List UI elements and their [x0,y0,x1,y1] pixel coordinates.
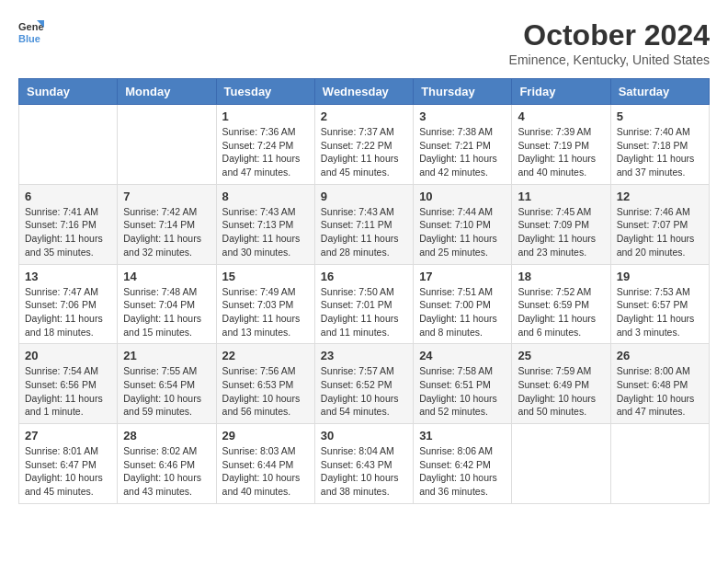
day-number: 21 [123,349,210,362]
day-info: Sunrise: 7:40 AM Sunset: 7:18 PM Dayligh… [617,125,703,179]
calendar-week-row: 6Sunrise: 7:41 AM Sunset: 7:16 PM Daylig… [19,184,710,264]
calendar-day-cell: 21Sunrise: 7:55 AM Sunset: 6:54 PM Dayli… [118,344,216,424]
day-number: 1 [222,109,309,123]
weekday-header-cell: Sunday [19,79,118,105]
calendar-day-cell [118,105,216,185]
calendar-day-cell: 18Sunrise: 7:52 AM Sunset: 6:59 PM Dayli… [512,264,610,344]
day-info: Sunrise: 7:37 AM Sunset: 7:22 PM Dayligh… [321,125,407,179]
calendar-day-cell: 10Sunrise: 7:44 AM Sunset: 7:10 PM Dayli… [414,184,512,264]
day-number: 16 [321,270,407,283]
calendar-day-cell: 5Sunrise: 7:40 AM Sunset: 7:18 PM Daylig… [610,105,709,185]
day-info: Sunrise: 7:50 AM Sunset: 7:01 PM Dayligh… [321,285,407,339]
day-info: Sunrise: 8:03 AM Sunset: 6:44 PM Dayligh… [222,444,309,499]
day-number: 24 [419,349,506,362]
day-info: Sunrise: 7:53 AM Sunset: 6:57 PM Dayligh… [617,285,703,339]
day-number: 17 [419,270,506,283]
day-number: 30 [321,429,407,442]
calendar-day-cell: 15Sunrise: 7:49 AM Sunset: 7:03 PM Dayli… [216,264,314,344]
calendar-day-cell [19,105,118,185]
day-info: Sunrise: 8:00 AM Sunset: 6:48 PM Dayligh… [617,364,703,419]
location-subtitle: Eminence, Kentucky, United States [509,52,710,67]
day-number: 12 [617,190,703,203]
day-info: Sunrise: 7:42 AM Sunset: 7:14 PM Dayligh… [123,205,210,259]
day-number: 3 [419,109,506,123]
weekday-header-cell: Saturday [610,79,709,105]
calendar-day-cell: 9Sunrise: 7:43 AM Sunset: 7:11 PM Daylig… [314,184,413,264]
day-number: 25 [518,349,604,362]
day-number: 15 [222,270,309,283]
calendar-day-cell [610,424,709,504]
day-info: Sunrise: 7:49 AM Sunset: 7:03 PM Dayligh… [222,285,309,339]
header: General Blue October 2024 Eminence, Kent… [18,18,710,67]
day-number: 18 [518,270,604,283]
day-number: 13 [25,270,111,283]
day-number: 27 [25,429,111,442]
day-info: Sunrise: 7:38 AM Sunset: 7:21 PM Dayligh… [419,125,506,179]
weekday-header-cell: Thursday [414,79,512,105]
day-info: Sunrise: 7:43 AM Sunset: 7:13 PM Dayligh… [222,205,309,259]
day-info: Sunrise: 8:06 AM Sunset: 6:42 PM Dayligh… [419,444,506,499]
calendar-day-cell: 6Sunrise: 7:41 AM Sunset: 7:16 PM Daylig… [19,184,118,264]
day-info: Sunrise: 7:55 AM Sunset: 6:54 PM Dayligh… [123,364,210,419]
day-number: 20 [25,349,111,362]
day-info: Sunrise: 7:39 AM Sunset: 7:19 PM Dayligh… [518,125,604,179]
day-info: Sunrise: 7:43 AM Sunset: 7:11 PM Dayligh… [321,205,407,259]
day-number: 8 [222,190,309,203]
day-info: Sunrise: 7:44 AM Sunset: 7:10 PM Dayligh… [419,205,506,259]
calendar-day-cell: 28Sunrise: 8:02 AM Sunset: 6:46 PM Dayli… [118,424,216,504]
calendar-day-cell: 13Sunrise: 7:47 AM Sunset: 7:06 PM Dayli… [19,264,118,344]
day-info: Sunrise: 7:52 AM Sunset: 6:59 PM Dayligh… [518,285,604,339]
logo: General Blue [18,18,44,44]
calendar-day-cell: 1Sunrise: 7:36 AM Sunset: 7:24 PM Daylig… [216,105,314,185]
calendar-body: 1Sunrise: 7:36 AM Sunset: 7:24 PM Daylig… [19,105,710,504]
title-section: October 2024 Eminence, Kentucky, United … [509,18,710,67]
day-info: Sunrise: 7:59 AM Sunset: 6:49 PM Dayligh… [518,364,604,419]
day-info: Sunrise: 8:04 AM Sunset: 6:43 PM Dayligh… [321,444,407,499]
day-number: 2 [321,109,407,123]
calendar-day-cell: 20Sunrise: 7:54 AM Sunset: 6:56 PM Dayli… [19,344,118,424]
calendar-day-cell: 23Sunrise: 7:57 AM Sunset: 6:52 PM Dayli… [314,344,413,424]
day-number: 29 [222,429,309,442]
calendar-day-cell: 22Sunrise: 7:56 AM Sunset: 6:53 PM Dayli… [216,344,314,424]
day-info: Sunrise: 7:58 AM Sunset: 6:51 PM Dayligh… [419,364,506,419]
day-info: Sunrise: 7:36 AM Sunset: 7:24 PM Dayligh… [222,125,309,179]
calendar-day-cell: 17Sunrise: 7:51 AM Sunset: 7:00 PM Dayli… [414,264,512,344]
day-number: 6 [25,190,111,203]
calendar-day-cell [512,424,610,504]
day-info: Sunrise: 8:01 AM Sunset: 6:47 PM Dayligh… [25,444,111,499]
calendar-table: SundayMondayTuesdayWednesdayThursdayFrid… [18,78,710,504]
calendar-day-cell: 25Sunrise: 7:59 AM Sunset: 6:49 PM Dayli… [512,344,610,424]
calendar-day-cell: 31Sunrise: 8:06 AM Sunset: 6:42 PM Dayli… [414,424,512,504]
weekday-header-row: SundayMondayTuesdayWednesdayThursdayFrid… [19,79,710,105]
day-info: Sunrise: 7:45 AM Sunset: 7:09 PM Dayligh… [518,205,604,259]
weekday-header-cell: Monday [118,79,216,105]
day-info: Sunrise: 7:47 AM Sunset: 7:06 PM Dayligh… [25,285,111,339]
calendar-day-cell: 16Sunrise: 7:50 AM Sunset: 7:01 PM Dayli… [314,264,413,344]
calendar-day-cell: 11Sunrise: 7:45 AM Sunset: 7:09 PM Dayli… [512,184,610,264]
calendar-day-cell: 8Sunrise: 7:43 AM Sunset: 7:13 PM Daylig… [216,184,314,264]
day-info: Sunrise: 7:54 AM Sunset: 6:56 PM Dayligh… [25,364,111,419]
day-number: 23 [321,349,407,362]
svg-text:Blue: Blue [18,33,40,44]
day-number: 31 [419,429,506,442]
calendar-day-cell: 2Sunrise: 7:37 AM Sunset: 7:22 PM Daylig… [314,105,413,185]
day-info: Sunrise: 7:41 AM Sunset: 7:16 PM Dayligh… [25,205,111,259]
calendar-week-row: 20Sunrise: 7:54 AM Sunset: 6:56 PM Dayli… [19,344,710,424]
calendar-week-row: 13Sunrise: 7:47 AM Sunset: 7:06 PM Dayli… [19,264,710,344]
calendar-day-cell: 4Sunrise: 7:39 AM Sunset: 7:19 PM Daylig… [512,105,610,185]
day-number: 11 [518,190,604,203]
day-number: 10 [419,190,506,203]
calendar-day-cell: 7Sunrise: 7:42 AM Sunset: 7:14 PM Daylig… [118,184,216,264]
logo-icon: General Blue [18,18,44,44]
day-info: Sunrise: 7:46 AM Sunset: 7:07 PM Dayligh… [617,205,703,259]
calendar-day-cell: 27Sunrise: 8:01 AM Sunset: 6:47 PM Dayli… [19,424,118,504]
calendar-week-row: 27Sunrise: 8:01 AM Sunset: 6:47 PM Dayli… [19,424,710,504]
calendar-week-row: 1Sunrise: 7:36 AM Sunset: 7:24 PM Daylig… [19,105,710,185]
month-year-title: October 2024 [509,18,710,52]
calendar-day-cell: 30Sunrise: 8:04 AM Sunset: 6:43 PM Dayli… [314,424,413,504]
day-info: Sunrise: 7:56 AM Sunset: 6:53 PM Dayligh… [222,364,309,419]
day-number: 4 [518,109,604,123]
calendar-day-cell: 14Sunrise: 7:48 AM Sunset: 7:04 PM Dayli… [118,264,216,344]
day-info: Sunrise: 7:48 AM Sunset: 7:04 PM Dayligh… [123,285,210,339]
calendar-day-cell: 26Sunrise: 8:00 AM Sunset: 6:48 PM Dayli… [610,344,709,424]
